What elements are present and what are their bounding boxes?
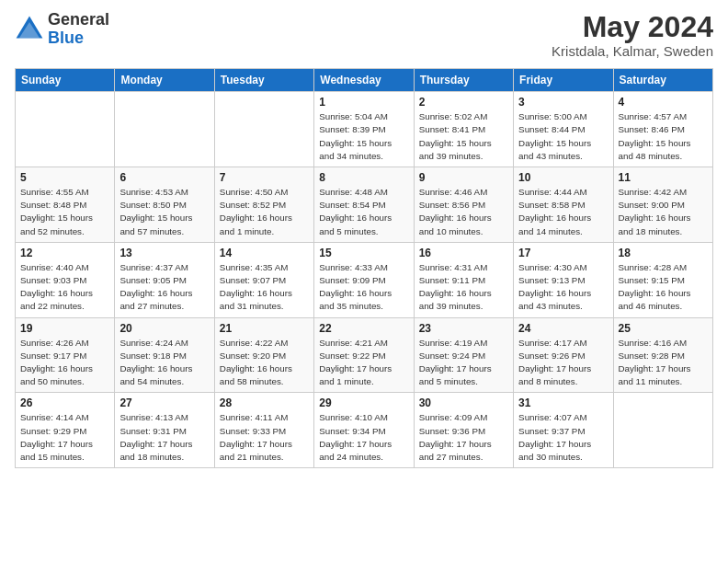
day-cell: 25Sunrise: 4:16 AM Sunset: 9:28 PM Dayli…	[613, 317, 712, 393]
day-info: Sunrise: 4:16 AM Sunset: 9:28 PM Dayligh…	[619, 337, 708, 389]
header-cell-thursday: Thursday	[414, 69, 513, 92]
day-info: Sunrise: 4:55 AM Sunset: 8:48 PM Dayligh…	[20, 186, 109, 238]
logo-text: General Blue	[48, 11, 109, 48]
day-info: Sunrise: 4:26 AM Sunset: 9:17 PM Dayligh…	[20, 337, 109, 389]
logo-icon	[15, 15, 44, 44]
header: General Blue May 2024 Kristdala, Kalmar,…	[15, 11, 713, 59]
day-info: Sunrise: 5:02 AM Sunset: 8:41 PM Dayligh…	[419, 110, 508, 163]
week-row-2: 5Sunrise: 4:55 AM Sunset: 8:48 PM Daylig…	[16, 167, 713, 243]
title-block: May 2024 Kristdala, Kalmar, Sweden	[552, 11, 713, 59]
day-info: Sunrise: 4:17 AM Sunset: 9:26 PM Dayligh…	[518, 337, 608, 389]
logo-general-text: General	[48, 11, 109, 29]
day-cell	[16, 92, 115, 167]
day-cell: 27Sunrise: 4:13 AM Sunset: 9:31 PM Dayli…	[115, 393, 214, 468]
day-cell: 4Sunrise: 4:57 AM Sunset: 8:46 PM Daylig…	[613, 92, 712, 167]
day-number: 16	[419, 247, 508, 259]
week-row-1: 1Sunrise: 5:04 AM Sunset: 8:39 PM Daylig…	[16, 92, 713, 167]
week-row-5: 26Sunrise: 4:14 AM Sunset: 9:29 PM Dayli…	[16, 393, 713, 468]
day-info: Sunrise: 4:35 AM Sunset: 9:07 PM Dayligh…	[220, 261, 309, 314]
day-cell: 26Sunrise: 4:14 AM Sunset: 9:29 PM Dayli…	[16, 393, 115, 468]
day-number: 17	[518, 247, 608, 259]
day-cell: 17Sunrise: 4:30 AM Sunset: 9:13 PM Dayli…	[514, 242, 613, 317]
day-info: Sunrise: 4:40 AM Sunset: 9:03 PM Dayligh…	[20, 261, 109, 314]
day-number: 12	[20, 247, 109, 259]
day-number: 14	[220, 247, 309, 259]
day-cell: 21Sunrise: 4:22 AM Sunset: 9:20 PM Dayli…	[214, 317, 313, 393]
day-number: 2	[419, 96, 508, 109]
day-cell: 5Sunrise: 4:55 AM Sunset: 8:48 PM Daylig…	[16, 167, 115, 243]
day-info: Sunrise: 4:24 AM Sunset: 9:18 PM Dayligh…	[119, 337, 209, 389]
day-info: Sunrise: 5:04 AM Sunset: 8:39 PM Dayligh…	[319, 110, 408, 163]
day-cell: 24Sunrise: 4:17 AM Sunset: 9:26 PM Dayli…	[514, 317, 613, 393]
day-info: Sunrise: 4:21 AM Sunset: 9:22 PM Dayligh…	[319, 337, 408, 389]
day-info: Sunrise: 4:53 AM Sunset: 8:50 PM Dayligh…	[119, 186, 209, 238]
day-number: 24	[518, 322, 608, 335]
day-cell: 20Sunrise: 4:24 AM Sunset: 9:18 PM Dayli…	[115, 317, 214, 393]
header-cell-monday: Monday	[115, 69, 214, 92]
day-number: 31	[518, 396, 608, 409]
day-cell: 18Sunrise: 4:28 AM Sunset: 9:15 PM Dayli…	[613, 242, 712, 317]
day-info: Sunrise: 4:37 AM Sunset: 9:05 PM Dayligh…	[119, 261, 209, 314]
day-info: Sunrise: 4:19 AM Sunset: 9:24 PM Dayligh…	[419, 337, 508, 389]
day-info: Sunrise: 4:22 AM Sunset: 9:20 PM Dayligh…	[220, 337, 309, 389]
day-cell: 19Sunrise: 4:26 AM Sunset: 9:17 PM Dayli…	[16, 317, 115, 393]
logo: General Blue	[15, 11, 109, 48]
day-cell: 11Sunrise: 4:42 AM Sunset: 9:00 PM Dayli…	[613, 167, 712, 243]
calendar-header: SundayMondayTuesdayWednesdayThursdayFrid…	[16, 69, 713, 92]
header-cell-wednesday: Wednesday	[314, 69, 414, 92]
day-info: Sunrise: 4:14 AM Sunset: 9:29 PM Dayligh…	[20, 411, 109, 464]
day-info: Sunrise: 4:07 AM Sunset: 9:37 PM Dayligh…	[518, 411, 608, 464]
day-info: Sunrise: 4:09 AM Sunset: 9:36 PM Dayligh…	[419, 411, 508, 464]
day-info: Sunrise: 4:57 AM Sunset: 8:46 PM Dayligh…	[619, 110, 708, 163]
day-cell: 12Sunrise: 4:40 AM Sunset: 9:03 PM Dayli…	[16, 242, 115, 317]
day-info: Sunrise: 4:44 AM Sunset: 8:58 PM Dayligh…	[518, 186, 608, 238]
day-number: 7	[220, 171, 309, 184]
day-cell	[613, 393, 712, 468]
week-row-4: 19Sunrise: 4:26 AM Sunset: 9:17 PM Dayli…	[16, 317, 713, 393]
day-number: 30	[419, 396, 508, 409]
subtitle: Kristdala, Kalmar, Sweden	[552, 43, 713, 59]
header-cell-tuesday: Tuesday	[214, 69, 313, 92]
day-cell	[115, 92, 214, 167]
day-cell: 15Sunrise: 4:33 AM Sunset: 9:09 PM Dayli…	[314, 242, 414, 317]
week-row-3: 12Sunrise: 4:40 AM Sunset: 9:03 PM Dayli…	[16, 242, 713, 317]
day-number: 1	[319, 96, 408, 109]
header-row: SundayMondayTuesdayWednesdayThursdayFrid…	[16, 69, 713, 92]
day-info: Sunrise: 4:28 AM Sunset: 9:15 PM Dayligh…	[619, 261, 708, 314]
day-number: 3	[518, 96, 608, 109]
day-cell: 8Sunrise: 4:48 AM Sunset: 8:54 PM Daylig…	[314, 167, 414, 243]
day-number: 19	[20, 322, 109, 335]
day-number: 5	[20, 171, 109, 184]
day-cell: 13Sunrise: 4:37 AM Sunset: 9:05 PM Dayli…	[115, 242, 214, 317]
header-cell-saturday: Saturday	[613, 69, 712, 92]
day-cell: 23Sunrise: 4:19 AM Sunset: 9:24 PM Dayli…	[414, 317, 513, 393]
day-cell: 14Sunrise: 4:35 AM Sunset: 9:07 PM Dayli…	[214, 242, 313, 317]
day-cell: 30Sunrise: 4:09 AM Sunset: 9:36 PM Dayli…	[414, 393, 513, 468]
day-info: Sunrise: 4:11 AM Sunset: 9:33 PM Dayligh…	[220, 411, 309, 464]
day-number: 29	[319, 396, 408, 409]
day-cell: 31Sunrise: 4:07 AM Sunset: 9:37 PM Dayli…	[514, 393, 613, 468]
calendar: SundayMondayTuesdayWednesdayThursdayFrid…	[15, 68, 713, 468]
day-cell: 2Sunrise: 5:02 AM Sunset: 8:41 PM Daylig…	[414, 92, 513, 167]
day-info: Sunrise: 4:10 AM Sunset: 9:34 PM Dayligh…	[319, 411, 408, 464]
day-info: Sunrise: 4:46 AM Sunset: 8:56 PM Dayligh…	[419, 186, 508, 238]
page: General Blue May 2024 Kristdala, Kalmar,…	[0, 0, 728, 476]
day-number: 18	[619, 247, 708, 259]
day-info: Sunrise: 4:30 AM Sunset: 9:13 PM Dayligh…	[518, 261, 608, 314]
day-info: Sunrise: 5:00 AM Sunset: 8:44 PM Dayligh…	[518, 110, 608, 163]
day-number: 15	[319, 247, 408, 259]
day-cell	[214, 92, 313, 167]
day-info: Sunrise: 4:42 AM Sunset: 9:00 PM Dayligh…	[619, 186, 708, 238]
day-cell: 6Sunrise: 4:53 AM Sunset: 8:50 PM Daylig…	[115, 167, 214, 243]
day-cell: 3Sunrise: 5:00 AM Sunset: 8:44 PM Daylig…	[514, 92, 613, 167]
day-cell: 1Sunrise: 5:04 AM Sunset: 8:39 PM Daylig…	[314, 92, 414, 167]
day-cell: 22Sunrise: 4:21 AM Sunset: 9:22 PM Dayli…	[314, 317, 414, 393]
day-number: 13	[119, 247, 209, 259]
day-number: 11	[619, 171, 708, 184]
day-number: 22	[319, 322, 408, 335]
day-number: 26	[20, 396, 109, 409]
day-cell: 9Sunrise: 4:46 AM Sunset: 8:56 PM Daylig…	[414, 167, 513, 243]
calendar-body: 1Sunrise: 5:04 AM Sunset: 8:39 PM Daylig…	[16, 92, 713, 468]
day-cell: 16Sunrise: 4:31 AM Sunset: 9:11 PM Dayli…	[414, 242, 513, 317]
header-cell-friday: Friday	[514, 69, 613, 92]
